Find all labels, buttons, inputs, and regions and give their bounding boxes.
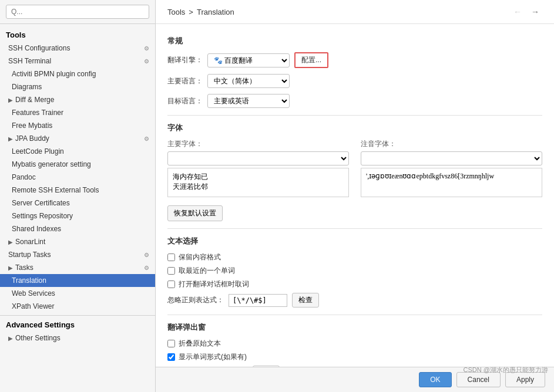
diff-merge-label: Diff & Merge [15,96,54,104]
startup-tasks-icon: ⚙ [144,252,149,258]
show-word-form-checkbox[interactable] [167,353,175,361]
open-on-select-label: 打开翻译对话框时取词 [179,279,249,289]
config-button[interactable]: 配置... [294,52,328,68]
phonetic-font-label: 注音字体： [361,139,542,149]
breadcrumb: Tools > Translation [167,8,234,16]
sidebar-item-mybatis-gen[interactable]: Mybatis generator setting [0,158,155,171]
sidebar-item-shared-indexes[interactable]: Shared Indexes [0,222,155,235]
ssh-terminal-label: SSH Terminal [8,57,51,65]
sidebar-item-leetcode[interactable]: LeetCode Plugin [0,145,155,158]
sonarlint-label: SonarLint [15,238,45,246]
diagrams-label: Diagrams [12,83,42,91]
sonarlint-expand-icon: ▶ [8,239,13,245]
preserve-format-row: 保留内容格式 [167,252,542,262]
sidebar: Tools SSH Configurations ⚙ SSH Terminal … [0,0,156,392]
general-divider [167,115,542,116]
check-button[interactable]: 检查 [292,293,319,307]
primary-font-select[interactable] [167,151,349,165]
sidebar-item-free-mybatis[interactable]: Free Mybatis [0,119,155,132]
collapse-original-row: 折叠原始文本 [167,339,542,349]
ssh-config-icon: ⚙ [144,45,149,52]
open-on-select-checkbox[interactable] [167,281,175,288]
tasks-label: Tasks [15,263,33,272]
diff-merge-expand-icon: ▶ [8,97,13,103]
phonetic-font-col: 注音字体： ',ɪəɡɒʊɪeænʊɑɑepbtdkgfvsz86[3rzmnŋ… [361,139,542,197]
phonetic-font-select[interactable] [361,151,542,165]
sidebar-item-activiti[interactable]: Activiti BPMN plugin config [0,67,155,80]
sidebar-item-ssh-terminal[interactable]: SSH Terminal ⚙ [0,55,155,67]
show-word-form-label: 显示单词形式(如果有) [179,352,247,362]
text-select-divider [167,315,542,315]
web-services-label: Web Services [12,289,55,298]
ssh-terminal-icon: ⚙ [144,58,149,65]
server-certs-label: Server Certificates [12,199,70,207]
sidebar-search-container [0,0,155,24]
sidebar-item-sonarlint[interactable]: ▶ SonarLint [0,235,155,248]
nav-back-button[interactable]: ← [511,6,525,18]
nav-arrows: ← → [511,6,542,18]
collapse-original-checkbox[interactable] [167,340,175,347]
breadcrumb-separator: > [189,8,193,16]
other-settings-expand-icon: ▶ [8,335,13,342]
search-input[interactable] [6,5,149,19]
pandoc-label: Pandoc [12,173,36,181]
primary-font-select-row [167,151,349,165]
engine-label: 翻译引擎： [167,55,203,65]
ok-button[interactable]: OK [419,372,451,387]
advanced-settings-label: Advanced Settings [0,315,155,332]
settings-repo-label: Settings Repository [12,212,73,220]
sidebar-item-pandoc[interactable]: Pandoc [0,171,155,184]
startup-tasks-label: Startup Tasks [8,251,51,259]
collapse-original-label: 折叠原始文本 [179,339,221,349]
jpa-buddy-expand-icon: ▶ [8,136,13,142]
latest-word-checkbox[interactable] [167,267,175,275]
sidebar-item-web-services[interactable]: Web Services [0,287,155,300]
sidebar-item-ssh-configurations[interactable]: SSH Configurations ⚙ [0,42,155,55]
leetcode-label: LeetCode Plugin [12,147,64,156]
open-on-select-row: 打开翻译对话框时取词 [167,279,542,289]
phonetic-font-preview: ',ɪəɡɒʊɪeænʊɑɑepbtdkgfvsz86[3rzmnŋhljw [361,168,542,197]
other-settings-label: Other Settings [15,334,61,342]
breadcrumb-current: Translation [197,8,234,16]
sidebar-item-diff-merge[interactable]: ▶ Diff & Merge [0,93,155,106]
sidebar-item-features-trainer[interactable]: Features Trainer [0,106,155,119]
sidebar-item-startup-tasks[interactable]: Startup Tasks ⚙ [0,248,155,261]
text-select-section-title: 文本选择 [167,236,542,246]
jpa-buddy-settings-icon: ⚙ [144,136,149,142]
preserve-format-checkbox[interactable] [167,254,175,261]
font-section-title: 字体 [167,123,542,133]
sidebar-item-xpath-viewer[interactable]: XPath Viewer [0,300,155,313]
sidebar-item-tasks[interactable]: ▶ Tasks ⚙ [0,261,155,274]
sidebar-item-other-settings[interactable]: ▶ Other Settings [0,332,155,344]
primary-lang-row: 主要语言： 中文（简体） [167,74,542,88]
translation-label: Translation [12,276,46,285]
primary-lang-select[interactable]: 中文（简体） [207,74,290,88]
jpa-buddy-label: JPA Buddy [15,134,49,143]
breadcrumb-root: Tools [167,8,185,16]
engine-select[interactable]: 🐾 百度翻译 [207,53,290,67]
reset-defaults-button[interactable]: 恢复默认设置 [167,205,223,221]
remote-ssh-label: Remote SSH External Tools [12,186,99,194]
target-lang-row: 目标语言： 主要或英语 [167,94,542,108]
sidebar-item-settings-repo[interactable]: Settings Repository [0,209,155,222]
sidebar-item-server-certs[interactable]: Server Certificates [0,197,155,209]
content-panel: Tools > Translation ← → 常规 翻译引擎： 🐾 百度翻译 … [156,0,554,392]
tasks-expand-icon: ▶ [8,265,13,271]
sidebar-item-translation[interactable]: Translation [0,274,155,287]
target-lang-select[interactable]: 主要或英语 [207,94,290,108]
engine-row: 翻译引擎： 🐾 百度翻译 配置... [167,52,542,68]
sidebar-item-remote-ssh[interactable]: Remote SSH External Tools [0,184,155,197]
xpath-viewer-label: XPath Viewer [12,302,55,310]
sidebar-item-jpa-buddy[interactable]: ▶ JPA Buddy ⚙ [0,132,155,145]
font-row: 主要字体： 海内存知已天涯若比邻 注音字体： ',ɪ [167,139,542,197]
regex-input[interactable] [229,294,287,307]
tools-section-label: Tools [0,27,155,42]
primary-font-label: 主要字体： [167,139,349,149]
target-lang-label: 目标语言： [167,96,203,106]
show-word-form-row: 显示单词形式(如果有) [167,352,542,362]
regex-row: 忽略正则表达式： 检查 [167,293,542,307]
sidebar-item-diagrams[interactable]: Diagrams [0,80,155,93]
primary-lang-label: 主要语言： [167,76,203,86]
shared-indexes-label: Shared Indexes [12,225,61,233]
nav-forward-button[interactable]: → [528,6,542,18]
